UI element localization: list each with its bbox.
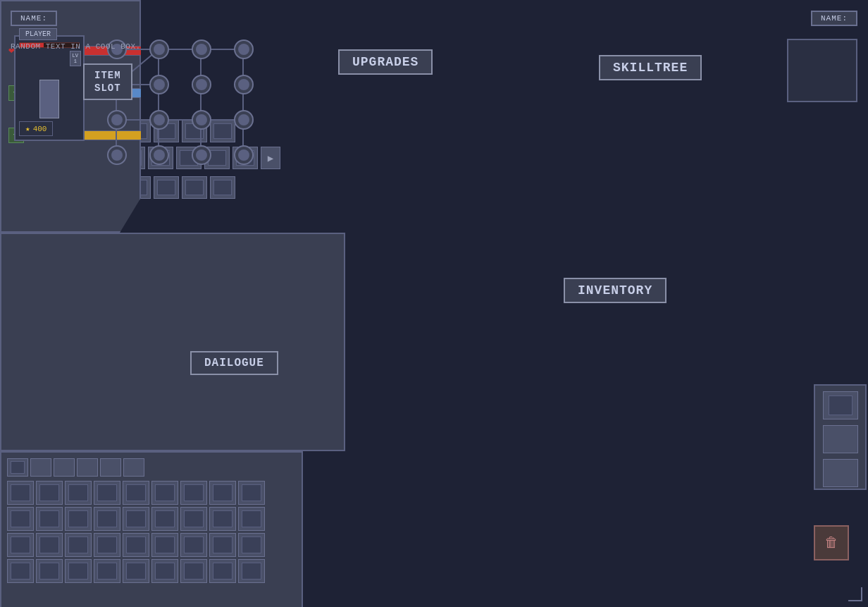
inv-row-4 — [7, 559, 296, 583]
inv-slot[interactable] — [123, 559, 149, 583]
inv-slot[interactable] — [151, 481, 178, 505]
dialogue-text: RANDOM TEXT IN A COOL BOX. — [11, 42, 857, 51]
inv-row-2 — [7, 507, 296, 531]
inventory-side-panel — [814, 384, 867, 490]
inv-slot[interactable] — [151, 533, 178, 557]
inv-side-slot[interactable] — [823, 391, 858, 419]
inv-slot[interactable] — [209, 507, 236, 531]
skill-node[interactable] — [192, 75, 211, 94]
inv-slot[interactable] — [238, 481, 265, 505]
inv-slot[interactable] — [94, 507, 120, 531]
star-currency-display: ★ 400 — [19, 121, 53, 136]
skill-node[interactable] — [107, 145, 127, 165]
inv-slot[interactable] — [180, 481, 207, 505]
inv-top-slot[interactable] — [54, 458, 75, 477]
star-value: 400 — [33, 125, 47, 133]
player-label: PLAYER — [19, 28, 57, 40]
coin-icon: ◆ — [826, 565, 831, 577]
inv-slot[interactable] — [7, 533, 34, 557]
skill-node[interactable] — [192, 145, 211, 165]
inv-slot[interactable] — [65, 533, 92, 557]
inventory-panel — [0, 451, 303, 607]
skill-node[interactable] — [234, 75, 254, 94]
inv-top-slot[interactable] — [30, 458, 51, 477]
inv-slot[interactable] — [180, 533, 207, 557]
trash-button[interactable]: 🗑 — [814, 525, 849, 560]
dialogue-name1: NAME: — [11, 11, 57, 26]
inv-slot[interactable] — [180, 559, 207, 583]
skill-node[interactable] — [149, 145, 169, 165]
inv-slot[interactable] — [123, 507, 149, 531]
coin-display: ◆ 200 — [817, 562, 860, 580]
inventory-top-row — [1, 453, 302, 479]
inv-slot[interactable] — [209, 533, 236, 557]
inv-row-3 — [7, 533, 296, 557]
inv-row-1 — [7, 481, 296, 505]
inv-slot[interactable] — [65, 559, 92, 583]
inv-slot[interactable] — [7, 507, 34, 531]
skill-tree-title: SkillTree — [599, 55, 702, 80]
skill-node[interactable] — [149, 75, 169, 94]
star-icon: ★ — [25, 124, 30, 133]
inv-slot[interactable] — [94, 481, 120, 505]
player-card: PLAYER LV 1 ★ 400 — [14, 35, 85, 141]
inventory-title: Inventory — [564, 278, 666, 303]
inventory-grid — [1, 479, 302, 584]
skill-node[interactable] — [234, 145, 254, 165]
skill-node[interactable] — [149, 110, 169, 130]
skill-node[interactable] — [234, 110, 254, 130]
inv-slot[interactable] — [151, 559, 178, 583]
inv-slot[interactable] — [238, 533, 265, 557]
inv-side-slot[interactable] — [823, 425, 858, 453]
dialogue-title: Dailogue — [190, 351, 278, 375]
inv-slot[interactable] — [36, 507, 63, 531]
inv-slot[interactable] — [180, 507, 207, 531]
inv-slot[interactable] — [36, 481, 63, 505]
inv-slot[interactable] — [7, 481, 34, 505]
inv-slot[interactable] — [7, 559, 34, 583]
skill-node[interactable] — [107, 110, 127, 130]
inv-slot[interactable] — [123, 481, 149, 505]
inv-top-slot[interactable] — [77, 458, 98, 477]
inv-slot[interactable] — [36, 533, 63, 557]
inv-slot[interactable] — [209, 559, 236, 583]
player-sprite — [39, 80, 59, 118]
item-slot-title: ITEM SLOT — [83, 63, 132, 100]
inv-slot[interactable] — [238, 507, 265, 531]
coin-value: 200 — [834, 566, 850, 577]
level-badge: LV 1 — [70, 51, 81, 66]
inv-slot[interactable] — [238, 559, 265, 583]
inv-top-slot[interactable] — [123, 458, 144, 477]
inv-slot[interactable] — [151, 507, 178, 531]
inv-slot[interactable] — [65, 481, 92, 505]
skill-tree-panel: PLAYER LV 1 ★ 400 — [0, 233, 345, 451]
upgrades-scrollbar[interactable] — [859, 14, 864, 56]
inv-slot[interactable] — [123, 533, 149, 557]
dialogue-name2: NAME: — [811, 11, 857, 26]
upgrades-title: Upgrades — [338, 49, 433, 75]
inv-top-slot[interactable] — [100, 458, 121, 477]
inv-slot[interactable] — [94, 533, 120, 557]
resize-handle[interactable] — [848, 587, 862, 601]
inv-slot[interactable] — [94, 559, 120, 583]
inv-side-slot[interactable] — [823, 459, 858, 487]
skill-node[interactable] — [192, 110, 211, 130]
inv-slot[interactable] — [65, 507, 92, 531]
inv-top-slot[interactable] — [7, 458, 28, 477]
inv-slot[interactable] — [209, 481, 236, 505]
inv-slot[interactable] — [36, 559, 63, 583]
